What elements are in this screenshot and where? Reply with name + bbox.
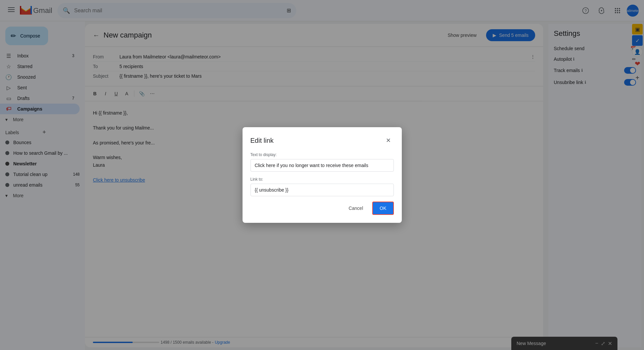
link-to-label: Link to: xyxy=(250,177,394,182)
text-display-field: Text to display: xyxy=(250,152,394,172)
ok-button[interactable]: OK xyxy=(372,202,394,215)
modal-close-button[interactable]: ✕ xyxy=(383,135,394,146)
text-display-label: Text to display: xyxy=(250,152,394,157)
modal-overlay: Edit link ✕ Text to display: Link to: Ca… xyxy=(0,0,644,350)
modal-header: Edit link ✕ xyxy=(250,135,394,146)
link-to-field: Link to: xyxy=(250,177,394,196)
edit-link-modal: Edit link ✕ Text to display: Link to: Ca… xyxy=(243,127,402,223)
modal-actions: Cancel OK xyxy=(250,202,394,215)
cancel-button[interactable]: Cancel xyxy=(342,202,370,215)
text-display-input[interactable] xyxy=(250,159,394,172)
modal-title: Edit link xyxy=(250,137,274,144)
link-to-input[interactable] xyxy=(250,184,394,196)
